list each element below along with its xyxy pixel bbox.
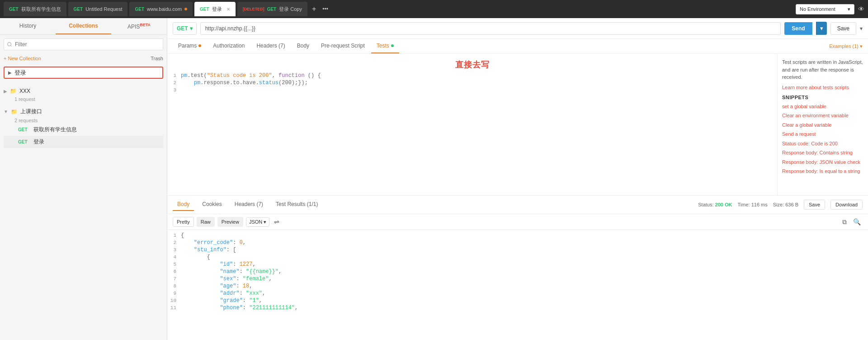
- sidebar-tab-history[interactable]: History: [0, 18, 56, 34]
- snippet-body-equal[interactable]: Response body: Is equal to a string: [782, 168, 863, 175]
- collection-count: 1 request: [14, 96, 35, 102]
- resp-save-button[interactable]: Save: [804, 200, 825, 210]
- save-dropdown-icon[interactable]: ▾: [860, 25, 863, 32]
- tab-deleted[interactable]: [DELETED] GET 登录 Copy: [237, 2, 307, 16]
- time-label: Time: 116 ms: [738, 202, 768, 207]
- chevron-right-icon: ▶: [4, 89, 7, 94]
- env-label: No Environment: [800, 6, 835, 12]
- resp-tab-headers[interactable]: Headers (7): [230, 198, 268, 211]
- eye-icon[interactable]: 👁: [858, 5, 864, 13]
- request-tabs-bar: Params Authorization Headers (7) Body Pr…: [167, 39, 868, 54]
- folder-icon: 📁: [10, 88, 17, 94]
- collection-group-shangke: ▼ 📁 上课接口 2 requests GET 获取所有学生信息 GET 登录: [0, 104, 167, 150]
- view-preview-button[interactable]: Preview: [217, 217, 243, 227]
- view-pretty-button[interactable]: Pretty: [173, 217, 194, 227]
- top-bar: GET 获取所有学生信息 GET Untitled Request GET ww…: [0, 0, 868, 18]
- collection-header-shangke[interactable]: ▼ 📁 上课接口: [4, 106, 163, 117]
- method-tag-get: GET: [18, 127, 31, 132]
- search-icon[interactable]: 🔍: [851, 217, 863, 226]
- collection-header-xxx[interactable]: ▶ 📁 XXX: [4, 86, 163, 96]
- close-tab-icon[interactable]: ✕: [226, 7, 230, 12]
- params-dot: [198, 44, 201, 47]
- tab-authorization[interactable]: Authorization: [208, 39, 250, 53]
- resp-tab-cookies[interactable]: Cookies: [198, 198, 226, 211]
- request-name: 登录: [33, 138, 44, 146]
- method-badge: GET: [200, 7, 209, 12]
- snippet-clear-global[interactable]: Clear a global variable: [782, 121, 863, 129]
- line-number: 2: [167, 80, 181, 86]
- env-dropdown[interactable]: No Environment ▾: [796, 4, 854, 14]
- resp-line-7: 7 "sex": "female",: [167, 275, 868, 283]
- resp-tab-body[interactable]: Body: [173, 198, 194, 211]
- code-editor[interactable]: 直接去写 1 pm.test("Status code is 200", fun…: [167, 54, 778, 195]
- resp-line-10: 10 "grade": "1",: [167, 297, 868, 304]
- add-tab-icon[interactable]: +: [309, 5, 319, 13]
- snippet-status-200[interactable]: Status code: Code is 200: [782, 140, 863, 148]
- sidebar-tab-collections[interactable]: Collections: [56, 18, 111, 34]
- code-line-2: 2 pm.response.to.have.status(200);});: [167, 79, 777, 86]
- tab-prerequest[interactable]: Pre-request Script: [316, 39, 370, 53]
- tests-dot: [391, 44, 394, 47]
- snippet-body-json[interactable]: Response body: JSON value check: [782, 158, 863, 166]
- new-collection-button[interactable]: + New Collection: [4, 56, 41, 61]
- send-button[interactable]: Send: [784, 22, 812, 35]
- search-input[interactable]: [4, 38, 163, 50]
- format-label: JSON: [249, 219, 262, 225]
- more-tabs-icon[interactable]: •••: [321, 6, 330, 12]
- method-label: GET: [177, 25, 188, 32]
- learn-more-link[interactable]: Learn more about tests scripts: [782, 85, 863, 90]
- tab-tests[interactable]: Tests: [371, 39, 399, 53]
- sidebar-tab-apis[interactable]: APISBETA: [111, 18, 167, 34]
- request-item-login[interactable]: GET 登录: [4, 136, 163, 148]
- sidebar-tabs: History Collections APISBETA: [0, 18, 167, 35]
- rename-input[interactable]: [14, 69, 159, 76]
- env-selector: No Environment ▾ 👁: [796, 4, 864, 14]
- view-raw-button[interactable]: Raw: [197, 217, 215, 227]
- format-select[interactable]: JSON ▾: [246, 217, 269, 227]
- tab-untitled[interactable]: GET Untitled Request: [68, 2, 128, 16]
- line-content: pm.test("Status code is 200", function (…: [181, 72, 777, 79]
- method-tag-get: GET: [18, 139, 31, 144]
- request-name: 获取所有学生信息: [33, 126, 77, 134]
- tab-headers[interactable]: Headers (7): [251, 39, 290, 53]
- wrap-icon[interactable]: ⇌: [272, 217, 281, 226]
- snippet-body-contains[interactable]: Response body: Contains string: [782, 149, 863, 157]
- resp-tab-test-results[interactable]: Test Results (1/1): [271, 198, 322, 211]
- url-input[interactable]: [200, 22, 781, 35]
- tab-login-active[interactable]: GET 登录 ✕: [194, 2, 236, 16]
- method-select[interactable]: GET ▾: [173, 22, 197, 35]
- snippet-clear-env[interactable]: Clear an environment variable: [782, 112, 863, 120]
- line-content: pm.response.to.have.status(200);});: [181, 80, 777, 86]
- snippets-panel: Test scripts are written in JavaScript, …: [778, 54, 868, 195]
- request-item-students[interactable]: GET 获取所有学生信息: [4, 124, 163, 136]
- method-badge: GET: [74, 7, 83, 12]
- collection-name: XXX: [19, 88, 30, 94]
- trash-button[interactable]: Trash: [151, 56, 163, 61]
- tab-label: www.baidu.com: [147, 6, 182, 12]
- snippet-send-request[interactable]: Send a request: [782, 130, 863, 138]
- examples-link[interactable]: Examples (1) ▾: [829, 43, 863, 49]
- tab-get-students[interactable]: GET 获取所有学生信息: [4, 2, 66, 16]
- copy-icon[interactable]: ⧉: [840, 217, 849, 227]
- response-body: 1 { 2 "error_code": 0, 3 "stu_info": [ 4…: [167, 230, 868, 340]
- tab-label: Untitled Request: [85, 6, 122, 12]
- snippet-set-global[interactable]: set a global variable: [782, 103, 863, 110]
- line-number: 1: [167, 72, 181, 78]
- tab-label: 登录 Copy: [279, 6, 302, 13]
- resp-download-button[interactable]: Download: [830, 200, 863, 210]
- resp-line-3: 3 "stu_info": [: [167, 246, 868, 254]
- resp-line-11: 11 "phone": "221111111114",: [167, 304, 868, 311]
- snippets-description: Test scripts are written in JavaScript, …: [782, 58, 863, 81]
- tab-body[interactable]: Body: [292, 39, 315, 53]
- tab-params[interactable]: Params: [173, 39, 207, 53]
- content-area: GET ▾ Send ▾ Save ▾ Params Authorization…: [167, 18, 868, 340]
- save-button[interactable]: Save: [830, 22, 856, 35]
- sidebar-actions: + New Collection Trash: [0, 54, 167, 63]
- beta-badge: BETA: [140, 23, 151, 27]
- send-dropdown-button[interactable]: ▾: [816, 22, 827, 35]
- tab-label: 获取所有学生信息: [21, 6, 61, 13]
- tab-baidu[interactable]: GET www.baidu.com: [129, 2, 193, 16]
- sidebar: History Collections APISBETA + New Colle…: [0, 18, 167, 340]
- chevron-down-icon: ▼: [4, 109, 8, 114]
- status-label: Status: 200 OK: [698, 202, 732, 207]
